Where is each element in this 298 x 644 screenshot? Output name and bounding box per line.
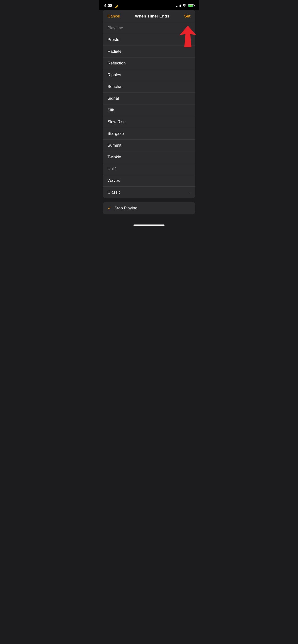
- list-item-label: Summit: [107, 143, 121, 148]
- time-display: 4:08: [104, 3, 112, 8]
- list-item-label: Silk: [107, 108, 114, 112]
- list-item-label: Presto: [107, 38, 119, 42]
- list-item-label: Slow Rise: [107, 120, 126, 124]
- status-icons: ⚡: [176, 4, 194, 8]
- set-button[interactable]: Set: [184, 14, 191, 19]
- list-item[interactable]: Waves: [103, 175, 195, 187]
- nav-header: Cancel When Timer Ends Set: [103, 10, 195, 22]
- modal-title: When Timer Ends: [135, 14, 169, 19]
- list-item[interactable]: Twinkle: [103, 152, 195, 163]
- list-item[interactable]: Ripples: [103, 69, 195, 81]
- bottom-spacer: [99, 214, 199, 222]
- list-item[interactable]: Stargaze: [103, 128, 195, 140]
- list-item-slow-rise[interactable]: Slow Rise: [103, 116, 195, 128]
- cancel-button[interactable]: Cancel: [107, 14, 120, 19]
- list-item-label: Sencha: [107, 84, 121, 89]
- moon-icon: 🌙: [114, 4, 118, 8]
- home-indicator: [99, 222, 199, 228]
- list-item-label: Ripples: [107, 72, 121, 78]
- list-item[interactable]: Uplift: [103, 163, 195, 175]
- list-item-label: Waves: [107, 178, 120, 183]
- list-item-label: Signal: [107, 96, 119, 101]
- chevron-right-icon: ›: [189, 190, 191, 194]
- list-item-label: Playtime: [107, 26, 123, 30]
- list-item[interactable]: Summit: [103, 140, 195, 152]
- stop-playing-row[interactable]: ✓ Stop Playing: [103, 202, 195, 214]
- list-item-label: Reflection: [107, 61, 126, 66]
- list-item-label: Uplift: [107, 166, 117, 171]
- list-item-classic[interactable]: Classic ›: [103, 187, 195, 198]
- list-item[interactable]: Radiate: [103, 46, 195, 58]
- checkmark-icon: ✓: [107, 205, 112, 211]
- list-item[interactable]: Silk: [103, 104, 195, 116]
- list-item-label: Stargaze: [107, 131, 124, 136]
- ringtone-list: Playtime Presto Radiate Reflection Rippl…: [103, 22, 195, 198]
- modal-sheet: Cancel When Timer Ends Set Playtime Pres…: [103, 10, 195, 198]
- signal-icon: [176, 4, 181, 7]
- list-item[interactable]: Sencha: [103, 81, 195, 93]
- battery-icon: ⚡: [188, 4, 194, 7]
- list-item[interactable]: Signal: [103, 93, 195, 104]
- status-time: 4:08 🌙: [104, 3, 118, 8]
- list-item-label: Radiate: [107, 49, 122, 54]
- list-item-label: Twinkle: [107, 155, 121, 160]
- list-item[interactable]: Presto: [103, 34, 195, 46]
- list-item-reflection[interactable]: Reflection: [103, 58, 195, 69]
- stop-playing-label: Stop Playing: [114, 206, 137, 210]
- home-bar: [133, 224, 165, 226]
- list-item[interactable]: Playtime: [103, 22, 195, 34]
- wifi-icon: [182, 4, 186, 8]
- page-wrapper: Cancel When Timer Ends Set Playtime Pres…: [99, 10, 199, 228]
- list-item-label: Classic: [107, 190, 121, 195]
- status-bar: 4:08 🌙 ⚡: [99, 0, 199, 10]
